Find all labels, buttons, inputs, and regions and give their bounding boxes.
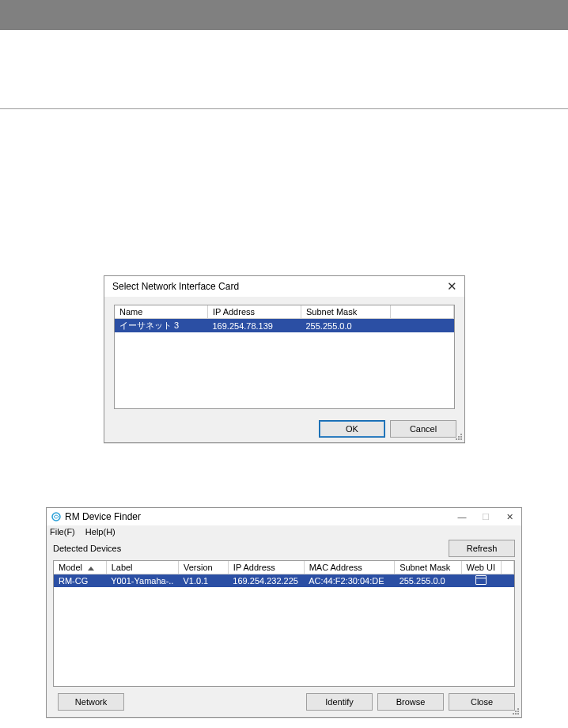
page-top-bar bbox=[0, 0, 568, 30]
